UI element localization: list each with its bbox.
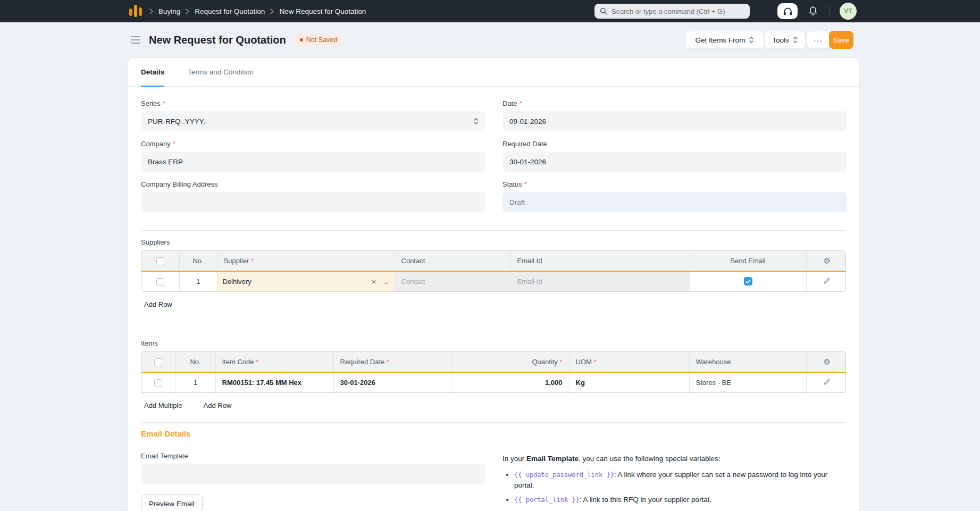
send-email-checkbox[interactable] [744, 277, 752, 286]
select-all-checkbox[interactable] [156, 257, 164, 265]
email-details-section: Email Details Email Template Preview Ema… [128, 423, 859, 511]
col-no: No. [175, 352, 215, 372]
item-code-cell[interactable]: RM00151: 17.45 MM Hex [215, 372, 333, 392]
search-input[interactable] [612, 7, 744, 15]
col-required-date: Required Date * [333, 352, 453, 372]
chevron-right-icon [149, 8, 154, 15]
status-select: Draft [502, 192, 847, 212]
required-asterisk: * [524, 180, 527, 188]
uom-cell[interactable]: Kg [569, 372, 689, 392]
open-link-icon[interactable]: → [382, 278, 389, 286]
send-email-cell [690, 271, 806, 291]
items-add-row-button[interactable]: Add Row [200, 400, 235, 411]
notifications-button[interactable] [806, 5, 820, 18]
select-all-checkbox[interactable] [154, 358, 162, 366]
billing-address-field-group: Company Billing Address [141, 180, 485, 212]
billing-address-input[interactable] [141, 192, 485, 212]
company-input[interactable]: Brass ERP [141, 152, 485, 172]
help-headphones-button[interactable] [777, 3, 798, 19]
user-avatar[interactable]: VT [840, 3, 857, 20]
col-quantity: Quantity * [453, 352, 569, 372]
items-section: Items No. Item Code * Required Date * Qu… [128, 332, 859, 411]
col-email-id: Email Id [510, 251, 690, 271]
form-card: Details Terms and Condition Series* PUR-… [128, 57, 859, 511]
row-number[interactable]: 1 [175, 372, 215, 392]
col-contact: Contact [395, 251, 510, 271]
template-variable-item: {{ update_password_link }}: A link where… [514, 470, 847, 490]
clear-value-icon[interactable]: × [372, 278, 376, 286]
not-saved-badge: Not Saved [295, 34, 342, 46]
email-template-label: Email Template [141, 452, 188, 460]
tools-button[interactable]: Tools [765, 31, 806, 49]
bell-icon [808, 6, 818, 17]
chevron-right-icon [270, 8, 274, 15]
col-send-email: Send Email [690, 251, 806, 271]
status-label: Status [502, 180, 522, 188]
col-no: No. [179, 251, 217, 271]
get-items-from-button[interactable]: Get Items From [685, 31, 764, 49]
col-uom: UOM * [569, 352, 689, 372]
date-field-group: Date* 09-01-2026 [502, 99, 847, 131]
app-logo[interactable] [129, 4, 144, 19]
required-date-field-group: Required Date 30-01-2026 [502, 140, 847, 172]
date-input[interactable]: 09-01-2026 [502, 111, 847, 131]
required-date-cell[interactable]: 30-01-2026 [333, 372, 453, 392]
avatar-initials: VT [844, 7, 852, 15]
row-checkbox[interactable] [156, 278, 164, 286]
breadcrumb-item-current: New Request for Quotation [279, 7, 366, 15]
tab-details[interactable]: Details [141, 58, 164, 86]
quantity-cell[interactable]: 1,000 [453, 372, 569, 392]
required-date-label: Required Date [502, 140, 547, 148]
row-number[interactable]: 1 [179, 271, 217, 291]
company-field-group: Company* Brass ERP [141, 140, 485, 172]
select-chevrons-icon [749, 36, 754, 44]
supplier-cell[interactable]: Delhivery × → [217, 271, 395, 291]
edit-pencil-icon[interactable] [823, 378, 831, 386]
edit-pencil-icon[interactable] [823, 277, 831, 284]
required-date-input[interactable]: 30-01-2026 [502, 152, 847, 172]
col-supplier: Supplier * [217, 251, 395, 271]
email-id-cell[interactable]: Email Id [510, 271, 690, 291]
headphones-icon [783, 7, 793, 16]
sidebar-toggle-icon[interactable] [131, 36, 140, 44]
email-details-heading[interactable]: Email Details [141, 429, 846, 438]
suppliers-table: No. Supplier * Contact Email Id Send Ema… [141, 250, 846, 292]
supplier-row: 1 Delhivery × → Contact Email Id [141, 271, 846, 291]
more-options-button[interactable]: ··· [807, 31, 830, 49]
edit-row-cell [806, 372, 846, 392]
breadcrumb: Buying Request for Quotation New Request… [149, 0, 366, 22]
required-asterisk: * [519, 99, 522, 107]
status-field-group: Status* Draft [502, 180, 847, 212]
col-warehouse: Warehouse [689, 352, 806, 372]
billing-address-label: Company Billing Address [141, 180, 218, 188]
save-button[interactable]: Save [829, 31, 853, 49]
series-label: Series [141, 99, 161, 107]
select-chevrons-icon [793, 36, 798, 44]
edit-row-cell [806, 271, 846, 291]
breadcrumb-item-request-for-quotation[interactable]: Request for Quotation [195, 7, 265, 15]
grid-settings-icon[interactable]: ⚙ [824, 357, 831, 367]
page-title: New Request for Quotation [149, 34, 286, 46]
select-chevrons-icon [473, 118, 479, 125]
global-search[interactable] [594, 4, 750, 19]
suppliers-add-row-button[interactable]: Add Row [141, 299, 175, 309]
row-checkbox[interactable] [154, 379, 162, 387]
tab-terms-and-condition[interactable]: Terms and Condition [188, 58, 254, 86]
items-section-label: Items [141, 339, 846, 347]
series-select[interactable]: PUR-RFQ-.YYYY.- [141, 111, 485, 131]
suppliers-section-label: Suppliers [141, 238, 846, 246]
suppliers-header-row: No. Supplier * Contact Email Id Send Ema… [141, 251, 846, 271]
chevron-right-icon [185, 8, 190, 15]
suppliers-section: Suppliers No. Supplier * Contact Email I… [128, 231, 859, 309]
company-label: Company [141, 140, 171, 148]
page-header: New Request for Quotation Not Saved Get … [0, 22, 980, 57]
series-field-group: Series* PUR-RFQ-.YYYY.- [141, 99, 485, 131]
grid-settings-icon[interactable]: ⚙ [824, 256, 831, 266]
items-add-multiple-button[interactable]: Add Multiple [141, 400, 186, 411]
contact-cell[interactable]: Contact [395, 271, 510, 291]
email-template-input[interactable] [141, 464, 485, 484]
warehouse-cell[interactable]: Stores - BE [689, 372, 806, 392]
preview-email-button[interactable]: Preview Email [141, 495, 203, 511]
breadcrumb-item-buying[interactable]: Buying [158, 7, 180, 15]
items-table: No. Item Code * Required Date * Quantity… [141, 351, 846, 393]
